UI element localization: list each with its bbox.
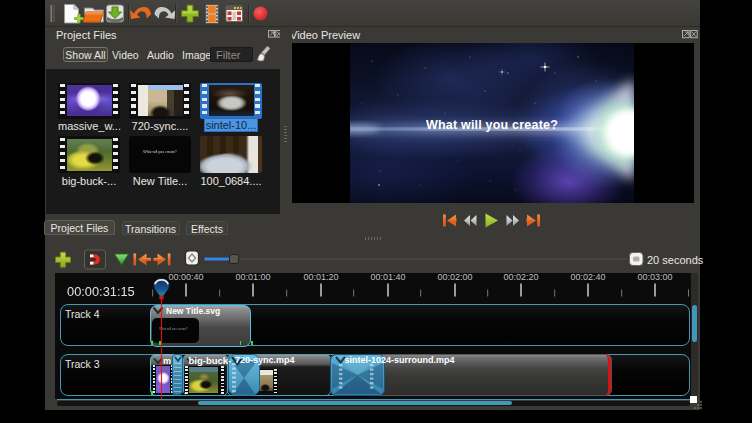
- svg-text:00:03:00: 00:03:00: [637, 272, 672, 282]
- svg-text:00:02:20: 00:02:20: [503, 272, 538, 282]
- svg-text:00:01:00: 00:01:00: [235, 272, 270, 282]
- svg-text:00:01:20: 00:01:20: [303, 272, 338, 282]
- svg-text:00:02:40: 00:02:40: [570, 272, 605, 282]
- svg-text:00:02:00: 00:02:00: [437, 272, 472, 282]
- svg-text:00:01:40: 00:01:40: [370, 272, 405, 282]
